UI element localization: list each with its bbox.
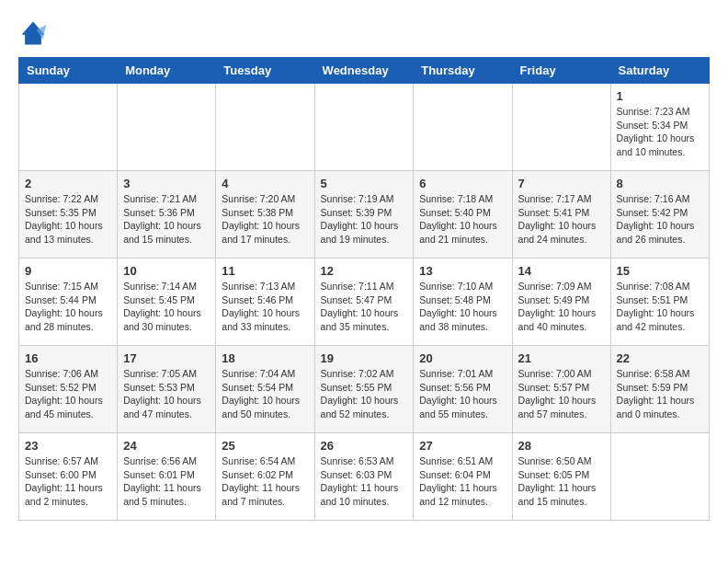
logo-icon: [18, 18, 48, 48]
day-number: 5: [321, 177, 408, 190]
day-number: 10: [123, 264, 210, 278]
calendar-cell: 7Sunrise: 7:17 AM Sunset: 5:41 PM Daylig…: [512, 171, 610, 259]
day-number: 27: [419, 439, 506, 453]
calendar-cell: [414, 84, 512, 171]
day-info: Sunrise: 7:11 AM Sunset: 5:47 PM Dayligh…: [321, 280, 408, 334]
calendar-cell: 23Sunrise: 6:57 AM Sunset: 6:00 PM Dayli…: [19, 433, 118, 521]
day-info: Sunrise: 6:58 AM Sunset: 5:59 PM Dayligh…: [617, 367, 703, 421]
day-info: Sunrise: 7:05 AM Sunset: 5:53 PM Dayligh…: [123, 367, 210, 421]
day-info: Sunrise: 7:19 AM Sunset: 5:39 PM Dayligh…: [321, 192, 408, 247]
calendar-cell: 2Sunrise: 7:22 AM Sunset: 5:35 PM Daylig…: [19, 171, 118, 259]
calendar-cell: 13Sunrise: 7:10 AM Sunset: 5:48 PM Dayli…: [414, 259, 512, 346]
day-info: Sunrise: 7:01 AM Sunset: 5:56 PM Dayligh…: [419, 367, 506, 421]
calendar-cell: 24Sunrise: 6:56 AM Sunset: 6:01 PM Dayli…: [118, 433, 216, 521]
day-number: 25: [222, 439, 308, 453]
weekday-header-friday: Friday: [512, 58, 610, 84]
weekday-header-thursday: Thursday: [414, 58, 512, 84]
day-info: Sunrise: 7:15 AM Sunset: 5:44 PM Dayligh…: [25, 280, 111, 334]
day-number: 24: [123, 439, 210, 453]
day-info: Sunrise: 6:53 AM Sunset: 6:03 PM Dayligh…: [321, 454, 408, 509]
calendar-cell: [512, 84, 610, 171]
page-header: [18, 18, 710, 48]
calendar-cell: [216, 84, 314, 171]
day-number: 1: [617, 89, 703, 103]
day-info: Sunrise: 7:17 AM Sunset: 5:41 PM Dayligh…: [518, 192, 605, 247]
calendar-cell: 25Sunrise: 6:54 AM Sunset: 6:02 PM Dayli…: [216, 433, 314, 521]
calendar-cell: 9Sunrise: 7:15 AM Sunset: 5:44 PM Daylig…: [19, 259, 118, 346]
day-info: Sunrise: 7:22 AM Sunset: 5:35 PM Dayligh…: [25, 192, 111, 247]
day-number: 6: [419, 177, 506, 190]
calendar-cell: 10Sunrise: 7:14 AM Sunset: 5:45 PM Dayli…: [118, 259, 216, 346]
calendar-cell: 4Sunrise: 7:20 AM Sunset: 5:38 PM Daylig…: [216, 171, 314, 259]
day-info: Sunrise: 7:23 AM Sunset: 5:34 PM Dayligh…: [617, 105, 703, 159]
day-number: 4: [222, 177, 308, 190]
day-info: Sunrise: 6:57 AM Sunset: 6:00 PM Dayligh…: [25, 454, 111, 509]
day-number: 16: [25, 351, 111, 365]
day-info: Sunrise: 7:08 AM Sunset: 5:51 PM Dayligh…: [617, 280, 703, 334]
day-info: Sunrise: 7:13 AM Sunset: 5:46 PM Dayligh…: [222, 280, 308, 334]
calendar-cell: 12Sunrise: 7:11 AM Sunset: 5:47 PM Dayli…: [314, 259, 414, 346]
calendar-cell: 11Sunrise: 7:13 AM Sunset: 5:46 PM Dayli…: [216, 259, 314, 346]
day-number: 3: [123, 177, 210, 190]
day-number: 2: [25, 177, 111, 190]
day-number: 23: [25, 439, 111, 453]
day-info: Sunrise: 7:20 AM Sunset: 5:38 PM Dayligh…: [222, 192, 308, 247]
day-info: Sunrise: 7:00 AM Sunset: 5:57 PM Dayligh…: [518, 367, 605, 421]
day-info: Sunrise: 7:10 AM Sunset: 5:48 PM Dayligh…: [419, 280, 506, 334]
calendar-cell: 20Sunrise: 7:01 AM Sunset: 5:56 PM Dayli…: [414, 346, 512, 433]
calendar-cell: 27Sunrise: 6:51 AM Sunset: 6:04 PM Dayli…: [414, 433, 512, 521]
day-number: 19: [321, 351, 408, 365]
day-info: Sunrise: 7:14 AM Sunset: 5:45 PM Dayligh…: [123, 280, 210, 334]
calendar-cell: [118, 84, 216, 171]
calendar-cell: 1Sunrise: 7:23 AM Sunset: 5:34 PM Daylig…: [610, 84, 709, 171]
day-number: 17: [123, 351, 210, 365]
day-info: Sunrise: 7:06 AM Sunset: 5:52 PM Dayligh…: [25, 367, 111, 421]
day-number: 28: [518, 439, 605, 453]
calendar-cell: [19, 84, 118, 171]
calendar-cell: 19Sunrise: 7:02 AM Sunset: 5:55 PM Dayli…: [314, 346, 414, 433]
day-number: 11: [222, 264, 308, 278]
day-number: 15: [617, 264, 703, 278]
calendar-table: SundayMondayTuesdayWednesdayThursdayFrid…: [18, 57, 710, 521]
day-number: 12: [321, 264, 408, 278]
calendar-cell: 26Sunrise: 6:53 AM Sunset: 6:03 PM Dayli…: [314, 433, 414, 521]
day-number: 7: [518, 177, 605, 190]
day-number: 9: [25, 264, 111, 278]
day-info: Sunrise: 6:56 AM Sunset: 6:01 PM Dayligh…: [123, 454, 210, 509]
weekday-header-tuesday: Tuesday: [216, 58, 314, 84]
weekday-header-saturday: Saturday: [610, 58, 709, 84]
day-number: 22: [617, 351, 703, 365]
day-number: 26: [321, 439, 408, 453]
calendar-cell: [610, 433, 709, 521]
day-number: 14: [518, 264, 605, 278]
logo: [18, 18, 51, 48]
weekday-header-monday: Monday: [118, 58, 216, 84]
calendar-cell: 15Sunrise: 7:08 AM Sunset: 5:51 PM Dayli…: [610, 259, 709, 346]
day-info: Sunrise: 7:04 AM Sunset: 5:54 PM Dayligh…: [222, 367, 308, 421]
calendar-cell: 22Sunrise: 6:58 AM Sunset: 5:59 PM Dayli…: [610, 346, 709, 433]
weekday-header-wednesday: Wednesday: [314, 58, 414, 84]
calendar-cell: 18Sunrise: 7:04 AM Sunset: 5:54 PM Dayli…: [216, 346, 314, 433]
day-info: Sunrise: 6:50 AM Sunset: 6:05 PM Dayligh…: [518, 454, 605, 509]
calendar-cell: 6Sunrise: 7:18 AM Sunset: 5:40 PM Daylig…: [414, 171, 512, 259]
day-number: 21: [518, 351, 605, 365]
day-number: 18: [222, 351, 308, 365]
day-number: 20: [419, 351, 506, 365]
weekday-header-sunday: Sunday: [19, 58, 118, 84]
day-info: Sunrise: 7:21 AM Sunset: 5:36 PM Dayligh…: [123, 192, 210, 247]
day-info: Sunrise: 7:18 AM Sunset: 5:40 PM Dayligh…: [419, 192, 506, 247]
calendar-cell: [314, 84, 414, 171]
day-info: Sunrise: 7:16 AM Sunset: 5:42 PM Dayligh…: [617, 192, 703, 247]
day-info: Sunrise: 7:02 AM Sunset: 5:55 PM Dayligh…: [321, 367, 408, 421]
calendar-cell: 21Sunrise: 7:00 AM Sunset: 5:57 PM Dayli…: [512, 346, 610, 433]
calendar-cell: 16Sunrise: 7:06 AM Sunset: 5:52 PM Dayli…: [19, 346, 118, 433]
calendar-cell: 8Sunrise: 7:16 AM Sunset: 5:42 PM Daylig…: [610, 171, 709, 259]
day-number: 8: [617, 177, 703, 190]
calendar-cell: 14Sunrise: 7:09 AM Sunset: 5:49 PM Dayli…: [512, 259, 610, 346]
day-info: Sunrise: 6:54 AM Sunset: 6:02 PM Dayligh…: [222, 454, 308, 509]
calendar-cell: 28Sunrise: 6:50 AM Sunset: 6:05 PM Dayli…: [512, 433, 610, 521]
day-info: Sunrise: 7:09 AM Sunset: 5:49 PM Dayligh…: [518, 280, 605, 334]
day-number: 13: [419, 264, 506, 278]
day-info: Sunrise: 6:51 AM Sunset: 6:04 PM Dayligh…: [419, 454, 506, 509]
calendar-cell: 3Sunrise: 7:21 AM Sunset: 5:36 PM Daylig…: [118, 171, 216, 259]
